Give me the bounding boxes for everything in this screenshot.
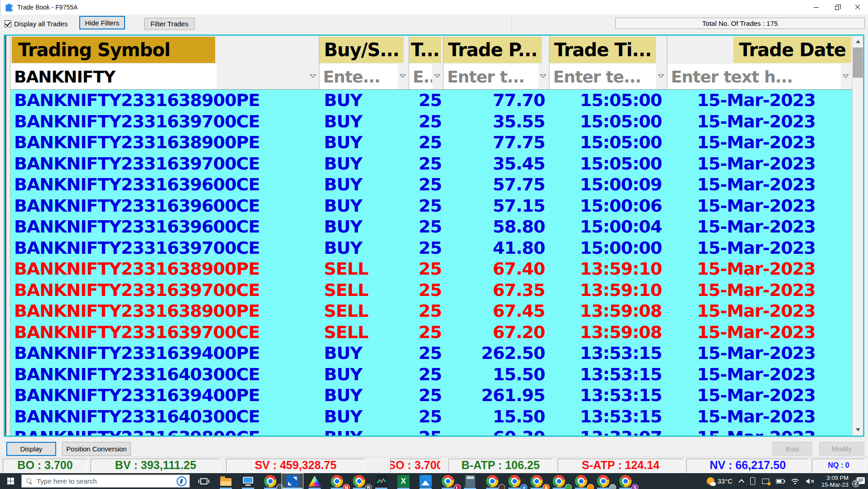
taskbar-app-chrome-b[interactable]: B xyxy=(348,473,370,489)
column-header-trading-symbol[interactable]: Trading Symbol xyxy=(10,36,319,64)
cell-trade-qty: 25 xyxy=(409,238,444,258)
trade-row[interactable]: BANKNIFTY2331639700CE SELL 25 67.35 13:5… xyxy=(5,280,863,301)
cell-buy-sell: BUY xyxy=(319,111,409,131)
filter-funnel-icon[interactable] xyxy=(310,74,317,80)
chrome-icon xyxy=(353,475,365,487)
cell-buy-sell: BUY xyxy=(319,385,409,405)
trade-row[interactable]: BANKNIFTY2331639700CE BUY 25 35.55 15:05… xyxy=(5,111,863,132)
vertical-scrollbar[interactable] xyxy=(852,36,863,436)
cell-trading-symbol: BANKNIFTY2331639600CE xyxy=(10,196,319,216)
taskbar-app-chrome-orange[interactable] xyxy=(570,473,592,489)
taskbar-app-chrome-l[interactable]: L xyxy=(437,473,459,489)
trade-row[interactable]: BANKNIFTY2331639700CE BUY 25 41.80 15:00… xyxy=(5,237,863,259)
taskbar-app-remote-pc[interactable] xyxy=(237,473,259,489)
scroll-down-button[interactable] xyxy=(853,424,863,436)
checkbox-checked-icon[interactable] xyxy=(5,20,11,27)
close-button[interactable] xyxy=(847,0,868,15)
filter-funnel-icon[interactable] xyxy=(843,74,849,80)
column-header-trade-price[interactable]: Trade P... xyxy=(444,36,550,64)
display-button[interactable]: Display xyxy=(6,442,56,456)
taskbar-app-file-explorer[interactable] xyxy=(215,473,237,489)
filter-input-trade-time[interactable]: Enter te... xyxy=(550,64,656,89)
notification-center-button[interactable]: 2 xyxy=(855,477,865,486)
trade-row[interactable]: BANKNIFTY2331638900PE SELL 25 67.45 13:5… xyxy=(5,300,863,322)
trade-row[interactable]: BANKNIFTY2331639700CE SELL 25 67.20 13:5… xyxy=(5,322,863,343)
network-icon[interactable] xyxy=(791,478,799,484)
filter-input-buy-sell[interactable]: Ente... xyxy=(319,64,398,89)
column-header-trade-date[interactable]: Trade Date xyxy=(667,36,863,64)
taskbar-app-chrome-s[interactable]: S xyxy=(614,473,637,489)
taskbar-app-chrome-profile[interactable] xyxy=(259,473,281,489)
taskbar-app-excel[interactable]: X xyxy=(392,473,415,489)
filter-funnel-icon[interactable] xyxy=(658,74,665,80)
filter-trades-button[interactable]: Filter Trades xyxy=(144,18,195,30)
taskbar-app-chrome-a[interactable]: A xyxy=(526,473,548,489)
monitor-icon xyxy=(243,477,253,484)
battery-icon[interactable] xyxy=(776,479,784,484)
trade-row[interactable]: BANKNIFTY2331638900PE SELL 25 67.40 13:5… xyxy=(5,258,863,280)
trade-row[interactable]: BANKNIFTY2331639400PE BUY 25 261.95 13:5… xyxy=(5,385,863,406)
taskbar-app-chrome-dark[interactable] xyxy=(481,473,503,489)
filter-input-trade-date[interactable]: Enter text h... xyxy=(667,64,841,89)
filter-input-trade-qty[interactable]: E... xyxy=(409,64,432,89)
taskbar-app-task-view[interactable] xyxy=(193,473,215,489)
taskbar-app-prism-app[interactable] xyxy=(304,473,326,489)
taskbar-clock[interactable]: 3:09 PM 15-Mar-23 xyxy=(821,474,849,488)
trade-row[interactable]: BANKNIFTY2331639600CE BUY 25 57.15 15:00… xyxy=(5,195,863,217)
start-button[interactable] xyxy=(0,473,21,489)
column-header-trade-time[interactable]: Trade Ti... xyxy=(550,36,667,64)
trade-row[interactable]: BANKNIFTY2331639600CE BUY 25 58.80 15:00… xyxy=(5,216,863,237)
taskbar-app-photos[interactable] xyxy=(415,473,437,489)
hide-filters-button[interactable]: Hide Filters xyxy=(79,16,125,29)
weather-widget[interactable]: 33°C xyxy=(707,477,733,485)
cell-trade-date: 15-Mar-2023 xyxy=(667,238,863,258)
taskbar-app-chrome-d[interactable]: d xyxy=(503,473,526,489)
filter-input-trade-price[interactable]: Enter t... xyxy=(444,64,538,89)
phone-icon[interactable] xyxy=(750,477,755,485)
chrome-icon xyxy=(442,475,454,487)
taskbar-app-chrome-gray[interactable] xyxy=(592,473,614,489)
cell-trade-date: 15-Mar-2023 xyxy=(667,132,863,152)
trade-row[interactable]: BANKNIFTY2331639600CE BUY 25 57.75 15:00… xyxy=(5,174,863,195)
chrome-icon xyxy=(264,475,276,487)
position-conversion-button[interactable]: Position Conversion xyxy=(62,442,131,456)
screen-share-icon[interactable] xyxy=(762,479,769,484)
cell-trading-symbol: BANKNIFTY2331640300CE xyxy=(10,407,319,426)
filter-input-trading-symbol[interactable]: BANKNIFTY xyxy=(10,64,217,89)
filter-funnel-icon[interactable] xyxy=(400,74,406,80)
taskbar-app-chrome-green[interactable] xyxy=(548,473,570,489)
chrome-icon xyxy=(508,475,521,487)
filter-funnel-icon[interactable] xyxy=(540,74,547,80)
display-all-trades-checkbox[interactable]: Display all Trades xyxy=(5,20,68,28)
scrollbar-thumb[interactable] xyxy=(853,48,863,77)
trade-rows: BANKNIFTY2331638900PE BUY 25 77.70 15:05… xyxy=(5,90,863,436)
system-tray: 33°C 3:09 PM 15-Mar-23 xyxy=(707,474,868,488)
trade-row[interactable]: BANKNIFTY2331640300CE BUY 25 15.50 13:53… xyxy=(5,364,863,385)
minimize-icon xyxy=(814,7,819,8)
cell-trading-symbol: BANKNIFTY2331639700CE xyxy=(10,238,319,258)
scroll-up-button[interactable] xyxy=(853,36,863,47)
tray-chevron-up-icon[interactable] xyxy=(738,479,744,485)
volume-muted-icon[interactable] xyxy=(806,478,815,484)
chrome-icon xyxy=(486,475,498,487)
taskbar-app-charting-app[interactable] xyxy=(370,473,392,489)
cell-trading-symbol: BANKNIFTY2331638900PE xyxy=(10,90,319,110)
trade-row[interactable]: BANKNIFTY2331638900PE BUY 25 77.70 15:05… xyxy=(5,90,863,111)
cell-trade-date: 15-Mar-2023 xyxy=(667,385,863,405)
trade-row[interactable]: BANKNIFTY2331640300CE BUY 25 15.50 13:53… xyxy=(5,406,863,427)
minimize-button[interactable] xyxy=(805,0,826,15)
trade-row[interactable]: BANKNIFTY2331639700CE BUY 25 35.45 15:05… xyxy=(5,153,863,174)
search-input[interactable]: Type here to search xyxy=(21,474,190,488)
cell-trade-qty: 25 xyxy=(409,132,444,152)
cell-buy-sell: BUY xyxy=(319,407,409,426)
taskbar-app-chrome-n[interactable]: N xyxy=(326,473,348,489)
filter-funnel-icon[interactable] xyxy=(434,74,441,80)
trade-row[interactable]: BANKNIFTY2331639400PE BUY 25 262.50 13:5… xyxy=(5,343,863,364)
column-header-trade-qty[interactable]: T... xyxy=(409,36,444,64)
restore-button[interactable] xyxy=(826,0,847,15)
trade-row[interactable]: BANKNIFTY2331638900PE BUY 25 77.75 15:05… xyxy=(5,132,863,153)
trade-row[interactable]: BANKNIFTY2331639800CE BUY 25 60.30 13:33… xyxy=(5,427,863,436)
taskbar-app-calculator[interactable] xyxy=(459,473,481,489)
column-header-buy-sell[interactable]: Buy/S... xyxy=(319,36,409,64)
taskbar-app-trading-terminal[interactable] xyxy=(281,473,304,489)
